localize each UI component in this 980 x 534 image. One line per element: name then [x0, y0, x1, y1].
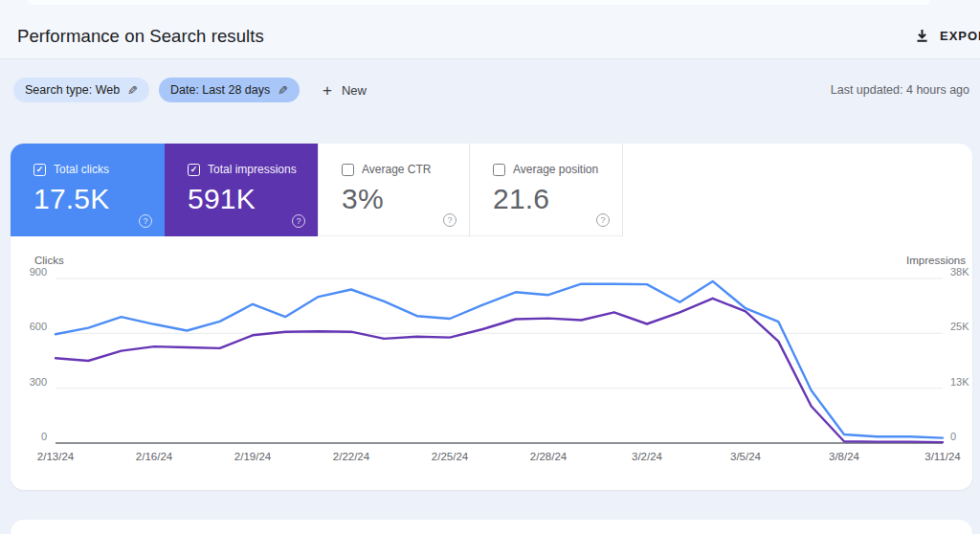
- metric-card-total-clicks[interactable]: ✓ Total clicks 17.5K ?: [11, 144, 165, 236]
- page-title: Performance on Search results: [17, 26, 264, 47]
- x-axis-label: 2/28/24: [530, 451, 567, 462]
- search-type-chip[interactable]: Search type: Web ✎: [13, 78, 149, 102]
- metric-label: Average CTR: [362, 163, 431, 176]
- add-icon: +: [323, 82, 332, 99]
- metric-tiles-row: ✓ Total clicks 17.5K ? ✓ Total impressio…: [11, 144, 972, 236]
- right-axis-tick: 13K: [950, 375, 980, 389]
- clicks-impressions-chart: Clicks Impressions 900 600 300 0 38K 25K…: [11, 254, 972, 478]
- metric-card-average-position[interactable]: Average position 21.6 ?: [470, 144, 623, 236]
- last-updated-text: Last updated: 4 hours ago: [831, 83, 969, 97]
- x-axis-label: 2/22/24: [333, 451, 369, 462]
- x-axis-label: 3/5/24: [730, 451, 761, 462]
- chart-plot-area[interactable]: [56, 269, 943, 451]
- right-axis-tick: 38K: [950, 265, 980, 278]
- export-button[interactable]: EXPORT: [915, 23, 980, 48]
- metric-label: Average position: [513, 163, 598, 176]
- left-axis-tick: 0: [11, 430, 47, 443]
- right-axis-tick: 0: [950, 430, 980, 443]
- checkmark-icon: ✓: [190, 166, 198, 174]
- average-position-value: 21.6: [493, 183, 622, 215]
- checkbox-average-position[interactable]: [493, 164, 505, 176]
- export-label: EXPORT: [940, 29, 980, 43]
- total-impressions-value: 591K: [188, 183, 318, 215]
- x-axis-label: 2/25/24: [432, 451, 468, 462]
- checkbox-total-clicks[interactable]: ✓: [33, 164, 46, 176]
- help-icon[interactable]: ?: [443, 213, 457, 227]
- next-section-panel: [11, 520, 972, 534]
- date-filter-chip[interactable]: Date: Last 28 days ✎: [159, 78, 300, 102]
- help-icon[interactable]: ?: [596, 213, 610, 227]
- x-axis-label: 3/2/24: [632, 451, 662, 462]
- help-icon[interactable]: ?: [292, 214, 305, 228]
- total-clicks-value: 17.5K: [33, 183, 165, 215]
- x-axis-label: 2/13/24: [37, 451, 74, 462]
- checkmark-icon: ✓: [36, 166, 44, 174]
- search-type-chip-label: Search type: Web: [25, 83, 120, 97]
- metric-card-average-ctr[interactable]: Average CTR 3% ?: [318, 144, 470, 236]
- metric-card-total-impressions[interactable]: ✓ Total impressions 591K ?: [165, 144, 318, 236]
- search-bar-bottom-edge: [27, 0, 930, 5]
- edit-icon: ✎: [278, 84, 288, 97]
- left-axis-tick: 600: [11, 320, 47, 333]
- metric-label: Total impressions: [208, 163, 297, 176]
- date-filter-chip-label: Date: Last 28 days: [170, 83, 270, 97]
- checkbox-average-ctr[interactable]: [342, 164, 354, 176]
- download-icon: [915, 29, 929, 43]
- left-axis-tick: 300: [11, 375, 47, 389]
- x-axis-label: 2/16/24: [136, 451, 172, 462]
- checkbox-total-impressions[interactable]: ✓: [188, 164, 200, 176]
- x-axis-label: 2/19/24: [234, 451, 271, 462]
- new-filter-label: New: [342, 83, 367, 98]
- right-axis-tick: 25K: [950, 320, 980, 333]
- edit-icon: ✎: [127, 84, 138, 97]
- impressions-line: [56, 299, 943, 442]
- performance-panel: ✓ Total clicks 17.5K ? ✓ Total impressio…: [11, 144, 972, 490]
- metric-label: Total clicks: [54, 163, 109, 176]
- new-filter-button[interactable]: + New: [323, 78, 367, 102]
- x-axis-label: 3/11/24: [924, 451, 961, 462]
- x-axis-labels: 2/13/242/16/242/19/242/22/242/25/242/28/…: [56, 451, 943, 466]
- x-axis-label: 3/8/24: [829, 451, 859, 462]
- left-axis-tick: 900: [11, 265, 47, 278]
- help-icon[interactable]: ?: [139, 214, 152, 228]
- clicks-line: [56, 281, 943, 438]
- average-ctr-value: 3%: [342, 183, 469, 215]
